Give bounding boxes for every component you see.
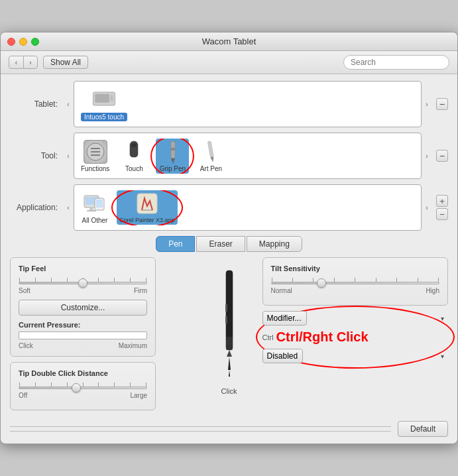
tablet-minus-button[interactable]: − <box>436 98 448 110</box>
right-panel: Tilt Sensitivity Normal High <box>262 257 449 367</box>
pressure-labels: Click Maximum <box>19 342 147 349</box>
app-plus-button[interactable]: + <box>436 195 448 207</box>
current-pressure-label: Current Pressure: <box>19 321 147 329</box>
app-scroll-right[interactable]: › <box>422 204 432 211</box>
tab-mapping[interactable]: Mapping <box>247 236 302 252</box>
tablet-item-intuos5[interactable]: Intuos5 touch <box>78 86 130 123</box>
main-window: Wacom Tablet ‹ › Show All Tablet: ‹ <box>0 32 458 444</box>
ctrl-label: Ctrl <box>262 333 274 341</box>
tilt-thumb[interactable] <box>317 278 326 288</box>
svg-rect-13 <box>208 141 214 157</box>
modifier-dropdown-wrapper: Modifier... <box>262 311 449 326</box>
functions-label: Functions <box>81 165 109 172</box>
tilt-normal: Normal <box>271 287 292 294</box>
app-minus-button[interactable]: − <box>436 208 448 220</box>
tool-scroll-area: Functions Touch <box>74 133 422 179</box>
tool-scroll-right[interactable]: › <box>422 152 432 160</box>
bottom-row: Default <box>1 417 457 444</box>
tip-double-click-labels: Off Large <box>19 392 147 399</box>
svg-rect-24 <box>225 304 227 312</box>
traffic-lights <box>7 38 39 46</box>
tool-item-grip-pen[interactable]: Grip Pen <box>156 139 189 174</box>
toolbar: ‹ › Show All <box>1 51 457 74</box>
tool-minus-button[interactable]: − <box>436 150 448 162</box>
tool-item-functions[interactable]: Functions <box>78 139 112 174</box>
app-scroll-left[interactable]: ‹ <box>63 204 74 211</box>
svg-rect-18 <box>87 210 96 211</box>
tip-feel-thumb[interactable] <box>78 278 87 288</box>
art-pen-icon <box>199 140 223 164</box>
tip-double-click-slider: Off Large <box>19 383 147 399</box>
touch-icon <box>122 140 146 164</box>
tablet-scroll-left[interactable]: ‹ <box>63 101 74 108</box>
tool-items: Functions Touch <box>78 139 417 174</box>
close-button[interactable] <box>7 38 15 46</box>
functions-icon <box>84 140 107 164</box>
svg-rect-17 <box>89 208 93 210</box>
modifier-row: Modifier... <box>262 311 449 326</box>
svg-rect-12 <box>170 148 176 150</box>
svg-rect-2 <box>110 95 113 101</box>
default-button[interactable]: Default <box>398 421 448 437</box>
pressure-bar <box>19 331 147 339</box>
svg-marker-29 <box>229 370 230 377</box>
search-input[interactable] <box>343 55 449 70</box>
main-panels: Tip Feel Soft Firm <box>10 257 448 410</box>
tool-item-art-pen[interactable]: Art Pen <box>194 139 227 174</box>
tip-feel-slider-container: Soft Firm <box>19 278 147 294</box>
tool-scroll-left[interactable]: ‹ <box>63 152 74 160</box>
disabled-dropdown-wrapper: Disabled <box>262 349 449 363</box>
app-items: All Other Corel Painter X3.app <box>78 190 417 225</box>
tab-pen[interactable]: Pen <box>156 236 195 252</box>
show-all-button[interactable]: Show All <box>43 56 88 69</box>
separator-2 <box>10 431 391 432</box>
disabled-dropdown[interactable]: Disabled <box>262 349 303 363</box>
modifier-section: Modifier... Ctrl Ctrl/Rght Click Disable… <box>262 311 449 363</box>
customize-button[interactable]: Customize... <box>19 300 147 316</box>
tip-feel-soft: Soft <box>19 287 30 294</box>
svg-point-8 <box>131 143 137 147</box>
tablet-badge: Intuos5 touch <box>81 113 127 121</box>
tab-eraser[interactable]: Eraser <box>196 236 245 252</box>
tool-item-touch[interactable]: Touch <box>117 139 150 174</box>
tilt-slider-container: Normal High <box>271 278 440 294</box>
app-item-all-other[interactable]: All Other <box>78 190 111 225</box>
svg-marker-28 <box>228 357 231 370</box>
back-button[interactable]: ‹ <box>9 56 23 69</box>
tip-feel-panel: Tip Feel Soft Firm <box>10 257 156 357</box>
app-plus-minus: + − <box>436 195 448 220</box>
modifier-dropdown[interactable]: Modifier... <box>262 311 307 326</box>
minimize-button[interactable] <box>19 38 27 46</box>
zoom-button[interactable] <box>31 38 39 46</box>
tablet-icon <box>92 87 116 111</box>
tabs-row: Pen Eraser Mapping <box>10 236 448 252</box>
svg-rect-26 <box>226 337 233 350</box>
app-scroll-area: All Other Corel Painter X3.app <box>74 184 422 231</box>
pressure-click: Click <box>19 342 33 349</box>
tip-double-click-track <box>19 387 147 389</box>
svg-marker-27 <box>227 350 232 357</box>
svg-marker-14 <box>211 156 215 162</box>
svg-marker-11 <box>171 158 175 164</box>
tablet-label: Tablet: <box>10 99 63 109</box>
corel-icon <box>135 192 159 215</box>
pen-area: Click <box>203 257 256 402</box>
tablet-scroll-right[interactable]: › <box>422 101 432 108</box>
svg-rect-20 <box>96 200 103 208</box>
tip-feel-firm: Firm <box>134 287 147 294</box>
left-column: Tip Feel Soft Firm <box>10 257 196 410</box>
corel-label: Corel Painter X3.app <box>119 217 175 223</box>
double-click-large: Large <box>130 392 147 399</box>
window-title: Wacom Tablet <box>202 36 257 46</box>
application-label: Application: <box>10 203 63 212</box>
tip-double-click-thumb[interactable] <box>72 383 81 392</box>
tilt-high: High <box>426 287 439 294</box>
forward-button[interactable]: › <box>23 56 38 69</box>
grip-pen-icon <box>160 140 184 164</box>
tip-feel-track <box>19 282 147 284</box>
tablet-scroll-area: Intuos5 touch <box>74 81 422 127</box>
app-item-corel[interactable]: Corel Painter X3.app <box>117 190 178 225</box>
art-pen-label: Art Pen <box>200 165 222 172</box>
tool-row: Tool: ‹ <box>10 133 448 179</box>
ctrl-row: Ctrl Ctrl/Rght Click <box>262 329 449 345</box>
